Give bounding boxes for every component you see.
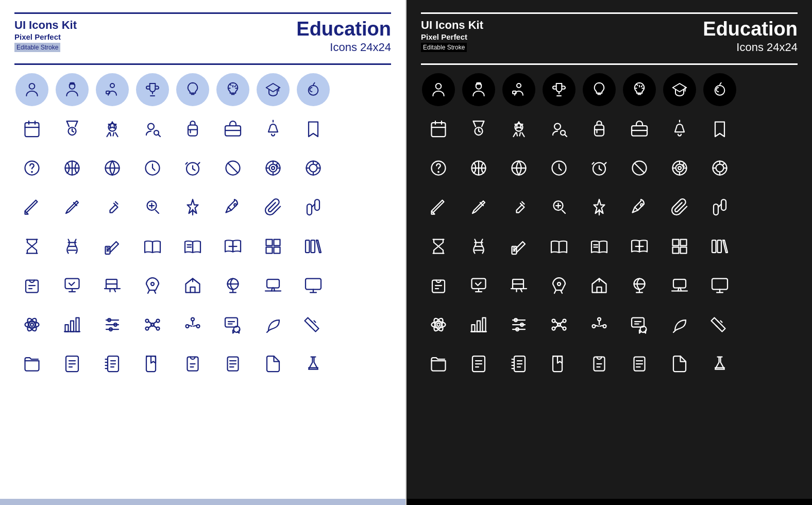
icon-briefcase-dark (622, 111, 657, 146)
svg-point-39 (151, 282, 154, 285)
icon-row-3-light (14, 150, 391, 186)
svg-rect-95 (714, 204, 718, 215)
icon-rocket-light (135, 268, 170, 303)
icon-grid-dark (662, 229, 697, 264)
svg-rect-5 (25, 123, 39, 137)
icon-school-light (175, 268, 210, 303)
icon-pencil1-dark (421, 190, 456, 225)
svg-rect-10 (188, 125, 197, 136)
icon-rocket-pen-dark (622, 190, 657, 225)
svg-rect-72 (513, 91, 516, 94)
icon-student-dark (421, 72, 456, 107)
icon-school-dark (582, 268, 617, 303)
icon-open-book2-dark (582, 229, 617, 264)
icon-open-book2-light (175, 229, 210, 264)
icon-open-book3-light (215, 229, 250, 264)
icon-open-book3-dark (622, 229, 657, 264)
icon-row-2-light (14, 111, 391, 146)
icon-pencil-ruler-light (95, 229, 130, 264)
icon-bell-light (256, 111, 291, 146)
svg-rect-78 (595, 125, 604, 136)
icon-rocket-pen-light (215, 190, 250, 225)
icon-bookmark-doc-light (135, 346, 170, 381)
svg-rect-49 (76, 318, 79, 332)
icon-flask-dark (702, 346, 737, 381)
icon-laptop-dark (662, 268, 697, 303)
svg-point-94 (640, 204, 643, 206)
icon-target2-light (296, 150, 331, 186)
svg-rect-33 (274, 247, 280, 254)
icon-clock-light (135, 150, 170, 186)
icon-badge-dark (501, 111, 536, 146)
icon-backpack-dark (582, 111, 617, 146)
icon-graduation-cap-dark (662, 72, 697, 107)
svg-point-111 (437, 323, 440, 326)
svg-point-68 (436, 83, 442, 89)
header-right-dark: Education Icons 24x24 (703, 19, 798, 54)
icon-graduate-light (55, 72, 90, 107)
svg-point-26 (234, 204, 236, 206)
bottom-border-dark (421, 63, 798, 65)
svg-rect-98 (673, 240, 679, 246)
svg-rect-32 (266, 247, 273, 254)
icon-row-6-dark (421, 268, 798, 303)
svg-rect-35 (311, 240, 315, 252)
icon-certificate-dark (622, 307, 657, 342)
icon-pencil-ruler-dark (501, 229, 536, 264)
icon-grid-light (256, 229, 291, 264)
icon-monitor-dark (702, 268, 737, 303)
icon-target2-dark (702, 150, 737, 186)
icon-row-3-dark (421, 150, 798, 186)
icon-apple-dark (702, 72, 737, 107)
svg-line-19 (228, 163, 238, 173)
icon-molecule1-dark (542, 307, 577, 342)
footer-bar-dark (407, 499, 812, 505)
svg-point-0 (29, 83, 35, 89)
icon-target1-light (256, 150, 291, 186)
icon-list-light (215, 346, 250, 381)
icon-row-4-light (14, 190, 391, 225)
icon-clock-dark (542, 150, 577, 186)
icon-basketball-dark (461, 150, 496, 186)
svg-rect-47 (65, 325, 69, 332)
svg-rect-117 (483, 318, 486, 332)
svg-rect-42 (306, 279, 321, 290)
icon-medal-light (55, 111, 90, 146)
icon-monitor-light (296, 268, 331, 303)
svg-point-90 (678, 166, 681, 170)
icon-badge-light (95, 111, 130, 146)
icon-grid-dark (421, 72, 798, 381)
icon-row-8-light (14, 346, 391, 381)
icon-briefcase-light (215, 111, 250, 146)
svg-line-87 (635, 163, 644, 173)
icon-art-light (95, 268, 130, 303)
icon-molecule2-light (175, 307, 210, 342)
icon-clipboard2-light (175, 346, 210, 381)
icon-books-light (296, 229, 331, 264)
icon-leaf-light (256, 307, 291, 342)
kit-title-light: UI Icons Kit (14, 19, 77, 31)
icon-list-dark (622, 346, 657, 381)
icon-trophy-light (135, 72, 170, 107)
svg-point-3 (110, 83, 114, 88)
icon-question-light (14, 150, 49, 186)
header-left-light: UI Icons Kit Pixel Perfect Editable Stro… (14, 19, 77, 52)
icons-size-light: Icons 24x24 (296, 41, 391, 54)
svg-rect-48 (71, 321, 74, 332)
svg-rect-116 (477, 321, 480, 332)
icon-notebook-light (95, 346, 130, 381)
footer-bar-light (0, 499, 405, 505)
icon-alarm-dark (582, 150, 617, 186)
icon-bell-dark (662, 111, 697, 146)
education-title-dark: Education (703, 19, 798, 39)
icon-question-dark (421, 150, 456, 186)
icon-bulb-on-dark (622, 72, 657, 107)
icon-open-book-light (135, 229, 170, 264)
icon-backpack-light (175, 111, 210, 146)
icon-sliders-dark (501, 307, 536, 342)
icon-bar-chart-dark (461, 307, 496, 342)
top-border-dark (421, 12, 798, 14)
light-panel: UI Icons Kit Pixel Perfect Editable Stro… (0, 0, 407, 505)
svg-rect-73 (432, 123, 446, 137)
svg-rect-103 (718, 240, 722, 252)
